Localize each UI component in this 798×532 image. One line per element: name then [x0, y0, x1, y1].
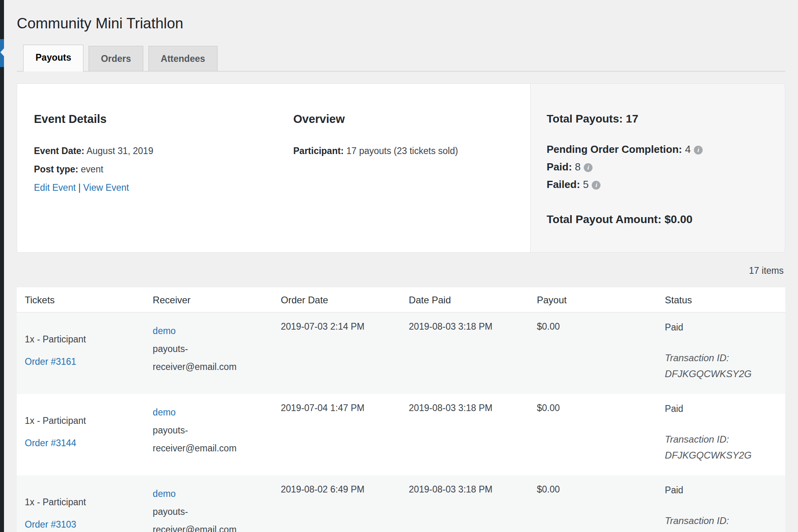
- table-row: 1x - Participant Order #3103 demo payout…: [17, 475, 785, 532]
- status-text: Paid: [665, 321, 781, 333]
- page-title: Community Mini Triathlon: [17, 15, 785, 32]
- post-type-line: Post type: event: [34, 160, 269, 178]
- info-icon[interactable]: i: [584, 163, 593, 172]
- order-link[interactable]: Order #3161: [25, 356, 76, 367]
- column-header-status: Status: [657, 287, 785, 312]
- status-cell: Paid Transaction ID: DFJKGQCWKSY2G: [657, 475, 785, 532]
- payout-stats-section: Total Payouts: 17 Pending Order Completi…: [530, 84, 785, 252]
- receiver-link[interactable]: demo: [153, 326, 176, 336]
- transaction-label: Transaction ID:: [665, 350, 781, 366]
- pending-line: Pending Order Completion: 4i: [547, 140, 777, 158]
- total-payout-amount-line: Total Payout Amount: $0.00: [547, 213, 777, 226]
- column-header-receiver: Receiver: [145, 287, 273, 312]
- summary-card: Event Details Event Date: August 31, 201…: [17, 83, 785, 253]
- tab-bar: Payouts Orders Attendees: [17, 45, 785, 71]
- overview-section: Overview Participant: 17 payouts (23 tic…: [277, 84, 530, 252]
- failed-line: Failed: 5i: [547, 176, 777, 193]
- main-content: Community Mini Triathlon Payouts Orders …: [17, 0, 785, 532]
- tab-payouts[interactable]: Payouts: [23, 45, 83, 71]
- participant-line: Participant: 17 payouts (23 tickets sold…: [293, 142, 522, 160]
- receiver-email: payouts-receiver@email.com: [153, 503, 249, 532]
- column-header-tickets: Tickets: [17, 287, 145, 312]
- view-event-link[interactable]: View Event: [83, 182, 129, 193]
- ticket-name: 1x - Participant: [25, 333, 141, 345]
- transaction-id: DFJKGQCWKSY2G: [665, 529, 781, 532]
- edit-event-link[interactable]: Edit Event: [34, 182, 76, 193]
- event-date-value: August 31, 2019: [85, 146, 154, 156]
- event-date-line: Event Date: August 31, 2019: [34, 142, 269, 160]
- status-cell: Paid Transaction ID: DFJKGQCWKSY2G: [657, 394, 785, 475]
- info-icon[interactable]: i: [592, 181, 600, 190]
- paid-label: Paid:: [547, 161, 572, 173]
- column-header-date-paid: Date Paid: [401, 287, 529, 312]
- items-count: 17 items: [17, 265, 784, 276]
- failed-label: Failed:: [547, 178, 580, 190]
- post-type-value: event: [78, 164, 103, 174]
- tab-attendees[interactable]: Attendees: [148, 46, 217, 71]
- event-date-label: Event Date:: [34, 146, 85, 156]
- event-links: Edit Event | View Event: [34, 178, 269, 197]
- receiver-link[interactable]: demo: [153, 488, 176, 499]
- status-cell: Paid Transaction ID: DFJKGQCWKSY2G: [657, 312, 785, 394]
- receiver-link[interactable]: demo: [153, 407, 176, 417]
- receiver-cell: demo payouts-receiver@email.com: [145, 394, 273, 475]
- date-paid-cell: 2019-08-03 3:18 PM: [401, 475, 529, 532]
- order-date-cell: 2019-08-02 6:49 PM: [273, 475, 401, 532]
- payout-cell: $0.00: [529, 475, 657, 532]
- participant-label: Participant:: [293, 146, 344, 156]
- post-type-label: Post type:: [34, 164, 78, 174]
- paid-value: 8: [572, 161, 581, 173]
- transaction-label: Transaction ID:: [665, 513, 781, 529]
- order-date-cell: 2019-07-04 1:47 PM: [273, 394, 401, 475]
- paid-line: Paid: 8i: [547, 158, 777, 176]
- participant-value: 17 payouts (23 tickets sold): [344, 146, 458, 156]
- transaction-info: Transaction ID: DFJKGQCWKSY2G: [665, 513, 781, 532]
- column-header-order-date: Order Date: [273, 287, 401, 312]
- transaction-id: DFJKGQCWKSY2G: [665, 366, 781, 382]
- table-row: 1x - Participant Order #3161 demo payout…: [17, 312, 785, 394]
- order-date-cell: 2019-07-03 2:14 PM: [273, 312, 401, 394]
- overview-heading: Overview: [293, 113, 522, 126]
- receiver-email: payouts-receiver@email.com: [153, 421, 249, 457]
- payouts-table: TicketsReceiverOrder DateDate PaidPayout…: [17, 287, 785, 532]
- column-header-payout: Payout: [529, 287, 657, 312]
- active-menu-arrow-icon: [0, 48, 4, 56]
- order-link[interactable]: Order #3144: [25, 438, 76, 449]
- collapsed-admin-sidebar[interactable]: [0, 0, 4, 532]
- tickets-cell: 1x - Participant Order #3103: [17, 475, 145, 532]
- link-separator: |: [76, 182, 83, 193]
- info-icon[interactable]: i: [694, 146, 703, 154]
- transaction-id: DFJKGQCWKSY2G: [665, 447, 781, 463]
- screen: Community Mini Triathlon Payouts Orders …: [0, 0, 798, 532]
- date-paid-cell: 2019-08-03 3:18 PM: [401, 394, 529, 475]
- table-header-row: TicketsReceiverOrder DateDate PaidPayout…: [17, 287, 785, 312]
- transaction-info: Transaction ID: DFJKGQCWKSY2G: [665, 431, 781, 463]
- event-details-heading: Event Details: [34, 113, 269, 126]
- tickets-cell: 1x - Participant Order #3144: [17, 394, 145, 475]
- tab-orders[interactable]: Orders: [89, 46, 143, 71]
- payout-cell: $0.00: [529, 394, 657, 475]
- receiver-cell: demo payouts-receiver@email.com: [145, 312, 273, 394]
- ticket-name: 1x - Participant: [25, 496, 141, 508]
- payout-cell: $0.00: [529, 312, 657, 394]
- pending-label: Pending Order Completion:: [547, 143, 682, 155]
- date-paid-cell: 2019-08-03 3:18 PM: [401, 312, 529, 394]
- receiver-cell: demo payouts-receiver@email.com: [145, 475, 273, 532]
- receiver-email: payouts-receiver@email.com: [153, 340, 249, 376]
- table-row: 1x - Participant Order #3144 demo payout…: [17, 394, 785, 475]
- tickets-cell: 1x - Participant Order #3161: [17, 312, 145, 394]
- ticket-name: 1x - Participant: [25, 415, 141, 427]
- order-link[interactable]: Order #3103: [25, 519, 76, 530]
- transaction-info: Transaction ID: DFJKGQCWKSY2G: [665, 350, 781, 382]
- event-details-section: Event Details Event Date: August 31, 201…: [17, 84, 277, 252]
- status-text: Paid: [665, 484, 781, 496]
- pending-value: 4: [682, 143, 691, 155]
- transaction-label: Transaction ID:: [665, 431, 781, 447]
- status-text: Paid: [665, 403, 781, 415]
- failed-value: 5: [580, 178, 589, 190]
- total-payouts-line: Total Payouts: 17: [547, 113, 777, 125]
